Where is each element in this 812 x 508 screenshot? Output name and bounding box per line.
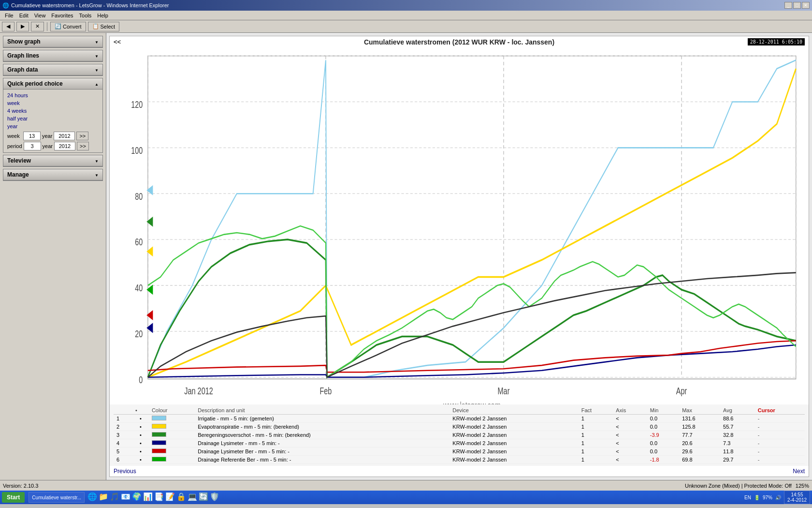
network-icon[interactable]: 🌍 [132,492,142,503]
select-button[interactable]: 📋 Select [88,22,120,31]
period-24hours[interactable]: 24 hours [7,91,99,99]
back-button[interactable]: ◀ [2,22,14,31]
period-halfyear[interactable]: half year [7,115,99,122]
year-input-2[interactable] [54,142,75,150]
legend-axis: < [613,431,647,439]
legend-avg: 29.7 [720,456,755,464]
col-avg: Avg [720,406,755,415]
convert-button[interactable]: 🔄 Convert [50,22,86,31]
legend-num: 5 [114,448,132,456]
period-go-button[interactable]: >> [77,142,89,150]
nav-row: Previous Next [110,466,809,477]
svg-text:Apr: Apr [676,386,687,397]
chart-container: << Cumulatieve waterstromen (2012 WUR KR… [109,36,809,477]
chart-area: << Cumulatieve waterstromen (2012 WUR KR… [106,33,812,480]
virus-icon[interactable]: 🛡️ [210,492,219,503]
legend-dot[interactable]: • [132,423,149,431]
active-app[interactable]: Cumulatieve waterstr... [29,492,85,503]
menu-view[interactable]: View [31,12,49,19]
show-graph-chevron [95,38,99,45]
col-fact: Fact [579,406,613,415]
clock-date: 2-4-2012 [787,497,807,503]
legend-cursor: - [755,456,805,464]
ie-icon[interactable]: 🌐 [87,492,97,503]
legend-dot[interactable]: • [132,431,149,439]
computer-icon[interactable]: 💻 [188,492,197,503]
outlook-icon[interactable]: 📧 [121,492,130,503]
title-bar: 🌐 Cumulatieve waterstromen - LetsGrow - … [0,0,812,11]
window-title: Cumulatieve waterstromen - LetsGrow - Wi… [11,2,169,8]
svg-text:Jan 2012: Jan 2012 [184,386,213,397]
legend-avg: 55.7 [720,423,755,431]
col-colour: Colour [149,406,195,415]
teleview-header[interactable]: Teleview [3,155,102,166]
refresh-icon[interactable]: 🔄 [199,492,208,503]
menu-file[interactable]: File [2,12,16,19]
legend-dot[interactable]: • [132,415,149,423]
lock-icon[interactable]: 🔒 [176,492,186,503]
menu-help[interactable]: Help [94,12,111,19]
zoom-text: 125% [796,483,809,489]
excel-icon[interactable]: 📊 [143,492,153,503]
period-4weeks[interactable]: 4 weeks [7,107,99,115]
manage-header[interactable]: Manage [3,169,102,180]
start-button[interactable]: Start [2,492,25,503]
next-link[interactable]: Next [793,468,805,475]
period-week[interactable]: week [7,99,99,107]
taskbar: Start Cumulatieve waterstr... 🌐 📁 🎵 📧 🌍 … [0,491,812,504]
legend-description: Irrigatie - mm - 5 min: (gemeten) [195,415,450,423]
legend-row-4: 4 • Drainage Lysimeter - mm - 5 min: - K… [114,439,805,448]
forward-button[interactable]: ▶ [16,22,29,31]
menu-bar: File Edit View Favorites Tools Help [0,11,812,20]
col-num [114,406,132,415]
sidebar: Show graph Graph lines Graph data Quick … [0,33,106,480]
legend-dot[interactable]: • [132,456,149,464]
stop-button[interactable]: ✕ [31,22,44,31]
graph-data-header[interactable]: Graph data [3,64,102,75]
menu-favorites[interactable]: Favorites [48,12,76,19]
quick-period-header[interactable]: Quick period choice [3,78,102,90]
legend-dot[interactable]: • [132,439,149,448]
period-year[interactable]: year [7,122,99,130]
close-button[interactable]: ✕ [802,2,810,9]
week-input[interactable] [23,132,41,140]
legend-min: 0.0 [647,448,679,456]
menu-tools[interactable]: Tools [76,12,95,19]
legend-dot[interactable]: • [132,448,149,456]
legend-device: KRW-model 2 Janssen [450,456,578,464]
legend-avg: 11.8 [720,448,755,456]
col-dot: • [132,406,149,415]
word-icon[interactable]: 📝 [165,492,175,503]
version-text: Version: 2.10.3 [3,483,38,489]
previous-link[interactable]: Previous [114,468,136,475]
chart-title-row: << Cumulatieve waterstromen (2012 WUR KR… [110,36,809,47]
minimize-button[interactable]: _ [784,2,792,9]
legend-cursor: - [755,439,805,448]
legend-num: 6 [114,456,132,464]
legend-device: KRW-model 2 Janssen [450,431,578,439]
legend-fact: 1 [579,415,613,423]
graph-lines-header[interactable]: Graph lines [3,50,102,61]
graph-data-chevron [95,66,99,73]
show-graph-header[interactable]: Show graph [3,36,102,47]
chart-back-button[interactable]: << [114,38,121,45]
legend-description: Drainage Lysimeter - mm - 5 min: - [195,439,450,448]
main-layout: Show graph Graph lines Graph data Quick … [0,33,812,480]
ppt-icon[interactable]: 📑 [154,492,164,503]
svg-text:100: 100 [131,146,143,156]
restore-button[interactable]: □ [793,2,801,9]
legend-fact: 1 [579,439,613,448]
menu-edit[interactable]: Edit [16,12,31,19]
week-go-button[interactable]: >> [76,132,88,140]
legend-min: -3.9 [647,431,679,439]
teleview-chevron [95,157,99,164]
media-icon[interactable]: 🎵 [110,492,119,503]
folder-icon[interactable]: 📁 [99,492,108,503]
legend-color [149,415,195,423]
legend-avg: 7.3 [720,439,755,448]
period-input[interactable] [24,142,41,150]
week-row: week year >> [7,132,99,140]
chart-datetime: 28-12-2011 6:05:10 [748,38,805,45]
legend-avg: 32.8 [720,431,755,439]
year-input-1[interactable] [54,132,75,140]
